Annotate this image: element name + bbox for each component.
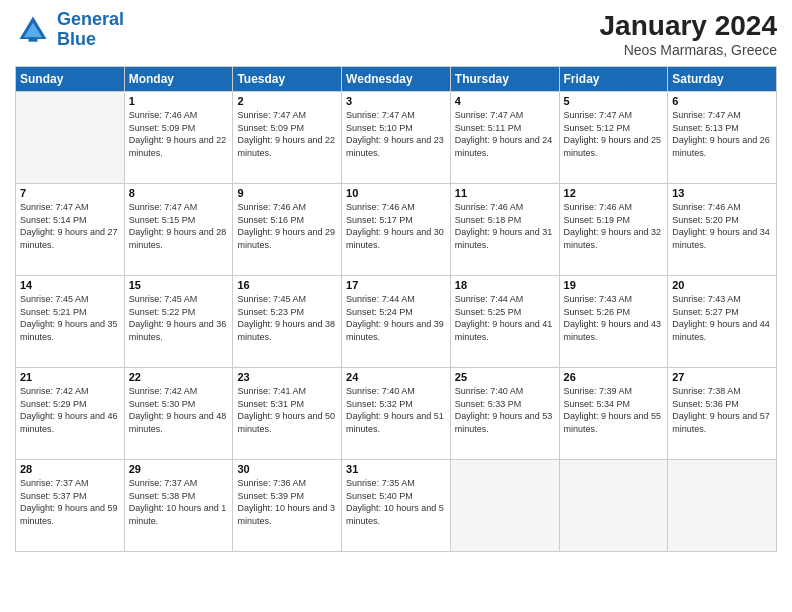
calendar-cell: 3Sunrise: 7:47 AMSunset: 5:10 PMDaylight… xyxy=(342,92,451,184)
calendar-cell: 30Sunrise: 7:36 AMSunset: 5:39 PMDayligh… xyxy=(233,460,342,552)
day-number: 28 xyxy=(20,463,120,475)
day-number: 13 xyxy=(672,187,772,199)
header: General Blue January 2024 Neos Marmaras,… xyxy=(15,10,777,58)
calendar-week-row: 21Sunrise: 7:42 AMSunset: 5:29 PMDayligh… xyxy=(16,368,777,460)
day-info: Sunrise: 7:38 AMSunset: 5:36 PMDaylight:… xyxy=(672,385,772,435)
calendar-cell: 21Sunrise: 7:42 AMSunset: 5:29 PMDayligh… xyxy=(16,368,125,460)
day-number: 6 xyxy=(672,95,772,107)
day-info: Sunrise: 7:39 AMSunset: 5:34 PMDaylight:… xyxy=(564,385,664,435)
calendar-cell: 6Sunrise: 7:47 AMSunset: 5:13 PMDaylight… xyxy=(668,92,777,184)
day-info: Sunrise: 7:45 AMSunset: 5:21 PMDaylight:… xyxy=(20,293,120,343)
calendar-subtitle: Neos Marmaras, Greece xyxy=(600,42,777,58)
calendar-week-row: 1Sunrise: 7:46 AMSunset: 5:09 PMDaylight… xyxy=(16,92,777,184)
day-number: 17 xyxy=(346,279,446,291)
title-block: January 2024 Neos Marmaras, Greece xyxy=(600,10,777,58)
col-wednesday: Wednesday xyxy=(342,67,451,92)
day-info: Sunrise: 7:42 AMSunset: 5:29 PMDaylight:… xyxy=(20,385,120,435)
day-number: 5 xyxy=(564,95,664,107)
calendar-cell: 2Sunrise: 7:47 AMSunset: 5:09 PMDaylight… xyxy=(233,92,342,184)
calendar-cell: 4Sunrise: 7:47 AMSunset: 5:11 PMDaylight… xyxy=(450,92,559,184)
calendar-cell xyxy=(559,460,668,552)
day-info: Sunrise: 7:46 AMSunset: 5:16 PMDaylight:… xyxy=(237,201,337,251)
day-info: Sunrise: 7:40 AMSunset: 5:32 PMDaylight:… xyxy=(346,385,446,435)
day-info: Sunrise: 7:44 AMSunset: 5:24 PMDaylight:… xyxy=(346,293,446,343)
day-info: Sunrise: 7:42 AMSunset: 5:30 PMDaylight:… xyxy=(129,385,229,435)
day-number: 15 xyxy=(129,279,229,291)
day-number: 18 xyxy=(455,279,555,291)
calendar-title: January 2024 xyxy=(600,10,777,42)
day-number: 2 xyxy=(237,95,337,107)
day-number: 25 xyxy=(455,371,555,383)
col-saturday: Saturday xyxy=(668,67,777,92)
calendar-cell: 17Sunrise: 7:44 AMSunset: 5:24 PMDayligh… xyxy=(342,276,451,368)
day-info: Sunrise: 7:40 AMSunset: 5:33 PMDaylight:… xyxy=(455,385,555,435)
calendar-cell: 28Sunrise: 7:37 AMSunset: 5:37 PMDayligh… xyxy=(16,460,125,552)
day-info: Sunrise: 7:46 AMSunset: 5:20 PMDaylight:… xyxy=(672,201,772,251)
day-info: Sunrise: 7:47 AMSunset: 5:13 PMDaylight:… xyxy=(672,109,772,159)
day-number: 30 xyxy=(237,463,337,475)
day-number: 22 xyxy=(129,371,229,383)
calendar-cell xyxy=(16,92,125,184)
day-info: Sunrise: 7:45 AMSunset: 5:22 PMDaylight:… xyxy=(129,293,229,343)
day-number: 1 xyxy=(129,95,229,107)
day-info: Sunrise: 7:46 AMSunset: 5:18 PMDaylight:… xyxy=(455,201,555,251)
calendar-cell: 5Sunrise: 7:47 AMSunset: 5:12 PMDaylight… xyxy=(559,92,668,184)
day-info: Sunrise: 7:46 AMSunset: 5:19 PMDaylight:… xyxy=(564,201,664,251)
day-number: 23 xyxy=(237,371,337,383)
calendar-week-row: 7Sunrise: 7:47 AMSunset: 5:14 PMDaylight… xyxy=(16,184,777,276)
day-number: 8 xyxy=(129,187,229,199)
day-number: 27 xyxy=(672,371,772,383)
calendar-cell: 22Sunrise: 7:42 AMSunset: 5:30 PMDayligh… xyxy=(124,368,233,460)
day-info: Sunrise: 7:45 AMSunset: 5:23 PMDaylight:… xyxy=(237,293,337,343)
day-info: Sunrise: 7:47 AMSunset: 5:09 PMDaylight:… xyxy=(237,109,337,159)
calendar-cell xyxy=(450,460,559,552)
calendar-cell: 27Sunrise: 7:38 AMSunset: 5:36 PMDayligh… xyxy=(668,368,777,460)
calendar-cell: 1Sunrise: 7:46 AMSunset: 5:09 PMDaylight… xyxy=(124,92,233,184)
calendar-cell: 16Sunrise: 7:45 AMSunset: 5:23 PMDayligh… xyxy=(233,276,342,368)
day-info: Sunrise: 7:46 AMSunset: 5:09 PMDaylight:… xyxy=(129,109,229,159)
day-number: 16 xyxy=(237,279,337,291)
day-number: 14 xyxy=(20,279,120,291)
calendar-cell: 10Sunrise: 7:46 AMSunset: 5:17 PMDayligh… xyxy=(342,184,451,276)
col-friday: Friday xyxy=(559,67,668,92)
day-number: 31 xyxy=(346,463,446,475)
calendar-cell: 31Sunrise: 7:35 AMSunset: 5:40 PMDayligh… xyxy=(342,460,451,552)
day-info: Sunrise: 7:43 AMSunset: 5:26 PMDaylight:… xyxy=(564,293,664,343)
calendar-cell: 24Sunrise: 7:40 AMSunset: 5:32 PMDayligh… xyxy=(342,368,451,460)
day-number: 29 xyxy=(129,463,229,475)
page: General Blue January 2024 Neos Marmaras,… xyxy=(0,0,792,612)
calendar-cell: 11Sunrise: 7:46 AMSunset: 5:18 PMDayligh… xyxy=(450,184,559,276)
svg-rect-2 xyxy=(29,37,38,42)
logo-general: General xyxy=(57,9,124,29)
day-info: Sunrise: 7:46 AMSunset: 5:17 PMDaylight:… xyxy=(346,201,446,251)
calendar-cell: 15Sunrise: 7:45 AMSunset: 5:22 PMDayligh… xyxy=(124,276,233,368)
col-monday: Monday xyxy=(124,67,233,92)
day-info: Sunrise: 7:47 AMSunset: 5:12 PMDaylight:… xyxy=(564,109,664,159)
calendar-week-row: 28Sunrise: 7:37 AMSunset: 5:37 PMDayligh… xyxy=(16,460,777,552)
calendar-cell: 18Sunrise: 7:44 AMSunset: 5:25 PMDayligh… xyxy=(450,276,559,368)
calendar-cell: 20Sunrise: 7:43 AMSunset: 5:27 PMDayligh… xyxy=(668,276,777,368)
calendar-cell: 8Sunrise: 7:47 AMSunset: 5:15 PMDaylight… xyxy=(124,184,233,276)
calendar-week-row: 14Sunrise: 7:45 AMSunset: 5:21 PMDayligh… xyxy=(16,276,777,368)
calendar-cell: 26Sunrise: 7:39 AMSunset: 5:34 PMDayligh… xyxy=(559,368,668,460)
day-info: Sunrise: 7:47 AMSunset: 5:15 PMDaylight:… xyxy=(129,201,229,251)
calendar-header-row: Sunday Monday Tuesday Wednesday Thursday… xyxy=(16,67,777,92)
calendar-cell xyxy=(668,460,777,552)
col-sunday: Sunday xyxy=(16,67,125,92)
calendar-table: Sunday Monday Tuesday Wednesday Thursday… xyxy=(15,66,777,552)
day-info: Sunrise: 7:36 AMSunset: 5:39 PMDaylight:… xyxy=(237,477,337,527)
calendar-cell: 13Sunrise: 7:46 AMSunset: 5:20 PMDayligh… xyxy=(668,184,777,276)
logo-icon xyxy=(15,12,51,48)
col-tuesday: Tuesday xyxy=(233,67,342,92)
calendar-cell: 7Sunrise: 7:47 AMSunset: 5:14 PMDaylight… xyxy=(16,184,125,276)
calendar-cell: 29Sunrise: 7:37 AMSunset: 5:38 PMDayligh… xyxy=(124,460,233,552)
day-number: 24 xyxy=(346,371,446,383)
calendar-cell: 19Sunrise: 7:43 AMSunset: 5:26 PMDayligh… xyxy=(559,276,668,368)
day-info: Sunrise: 7:47 AMSunset: 5:11 PMDaylight:… xyxy=(455,109,555,159)
day-number: 4 xyxy=(455,95,555,107)
day-info: Sunrise: 7:37 AMSunset: 5:37 PMDaylight:… xyxy=(20,477,120,527)
calendar-cell: 14Sunrise: 7:45 AMSunset: 5:21 PMDayligh… xyxy=(16,276,125,368)
day-number: 9 xyxy=(237,187,337,199)
day-number: 3 xyxy=(346,95,446,107)
day-number: 10 xyxy=(346,187,446,199)
